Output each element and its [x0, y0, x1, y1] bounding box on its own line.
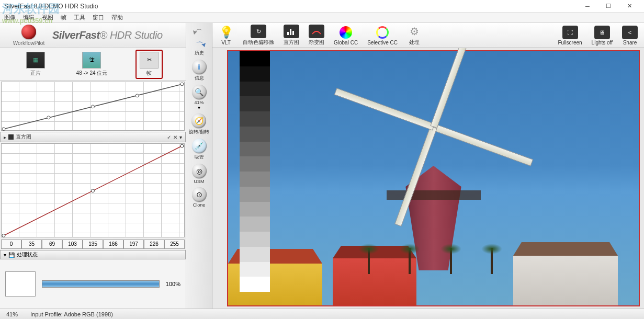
- process-button[interactable]: ⚙处理: [407, 25, 422, 46]
- curve-panel-small[interactable]: [1, 82, 185, 131]
- svg-point-4: [135, 94, 139, 97]
- mode-bits[interactable]: 🏝 48 -> 24 位元: [73, 51, 111, 78]
- info-button[interactable]: i信息: [191, 59, 208, 83]
- svg-point-8: [92, 189, 95, 192]
- process-header[interactable]: ▾ 💾 处理状态: [0, 250, 186, 259]
- menu-help[interactable]: 帮助: [111, 14, 123, 21]
- photo-icon: 🏝: [82, 52, 101, 69]
- hist-val-7[interactable]: 226: [144, 240, 164, 249]
- hist-val-8[interactable]: 255: [164, 240, 185, 249]
- vlt-button[interactable]: 💡VLT: [219, 26, 233, 45]
- minimize-button[interactable]: ─: [577, 1, 598, 12]
- mode-panel: ▦ 正片 🏝 48 -> 24 位元 ✂ 帧: [0, 48, 186, 81]
- gradient-button[interactable]: 渐变图: [309, 25, 324, 46]
- monitor-icon: 🖥: [594, 26, 610, 39]
- clone-button[interactable]: ⊙Clone: [191, 186, 208, 209]
- expand-icon[interactable]: ▾: [4, 252, 6, 258]
- undo-button[interactable]: [192, 26, 207, 38]
- disk-icon: 💾: [8, 252, 15, 258]
- histogram-header[interactable]: ▸ 直方图 ✓ ✕ ▾: [0, 132, 186, 142]
- preview-image[interactable]: [227, 50, 640, 306]
- svg-point-3: [91, 105, 94, 108]
- hist-val-5[interactable]: 166: [103, 240, 123, 249]
- tool-column: 历史 i信息 🔍41%▼ 🧭旋转/翻转 💉吸管 ◎USM ⊙Clone: [186, 23, 212, 309]
- rotate-button[interactable]: 🧭旋转/翻转: [188, 112, 210, 136]
- menu-bar: 图像 编辑 视图 帧 工具 窗口 帮助: [0, 13, 644, 23]
- curve-panel-large[interactable]: [1, 143, 185, 237]
- histogram-label: 直方图: [16, 133, 31, 141]
- histogram-values: 0 35 69 103 135 166 197 226 255: [1, 240, 185, 249]
- title-bar: SilverFast 8.8 DEMO HDR Studio ─ ☐ ✕: [0, 0, 644, 13]
- autocolor-button[interactable]: ↻自动色偏移除: [243, 25, 274, 46]
- menu-tools[interactable]: 工具: [74, 14, 85, 21]
- mode-frame[interactable]: ✂ 帧: [135, 50, 163, 79]
- menu-window[interactable]: 窗口: [93, 14, 104, 21]
- hist-val-2[interactable]: 69: [42, 240, 62, 249]
- svg-rect-11: [290, 29, 291, 35]
- hist-val-4[interactable]: 135: [83, 240, 103, 249]
- left-panel: WorkflowPilot SilverFast® HDR Studio ▦ 正…: [0, 23, 186, 309]
- lightsoff-button[interactable]: 🖥Lights off: [592, 26, 613, 45]
- canvas-area[interactable]: [212, 48, 644, 309]
- svg-rect-10: [287, 32, 289, 35]
- status-profile: Input Profile: Adobe RGB (1998): [30, 311, 113, 317]
- hist-val-3[interactable]: 103: [62, 240, 83, 249]
- menu-view[interactable]: 视图: [42, 14, 53, 21]
- bulb-icon: 💡: [219, 26, 233, 39]
- progress-percent: 100%: [166, 281, 180, 287]
- mode-positive[interactable]: ▦ 正片: [23, 51, 48, 78]
- zoom-button[interactable]: 🔍41%▼: [191, 84, 208, 111]
- eyedropper-icon: 💉: [192, 139, 207, 153]
- main-panel: 💡VLT ↻自动色偏移除 直方图 渐变图 Global CC Selective…: [212, 23, 644, 309]
- zoom-icon: 🔍: [192, 85, 207, 99]
- share-button[interactable]: <Share: [622, 26, 638, 45]
- brand-text: SilverFast® HDR Studio: [52, 29, 163, 41]
- maximize-button[interactable]: ☐: [598, 1, 619, 12]
- expand-icon[interactable]: ▸: [4, 134, 6, 140]
- workflow-pilot-icon: [21, 25, 36, 39]
- process-panel: 100%: [0, 259, 186, 309]
- selective-icon: [375, 26, 390, 39]
- svg-point-1: [2, 128, 5, 131]
- hist-val-0[interactable]: 0: [1, 240, 21, 249]
- histogram-button[interactable]: 直方图: [284, 25, 299, 46]
- info-icon: i: [192, 60, 207, 74]
- palms-graphic: [352, 237, 516, 274]
- top-toolbar: 💡VLT ↻自动色偏移除 直方图 渐变图 Global CC Selective…: [212, 23, 644, 48]
- menu-icon[interactable]: ▾: [179, 134, 182, 140]
- frame-icon: ✂: [140, 52, 159, 69]
- usm-button[interactable]: ◎USM: [191, 163, 208, 185]
- fullscreen-icon: ⛶: [562, 26, 578, 39]
- svg-point-9: [180, 144, 184, 147]
- menu-edit[interactable]: 编辑: [23, 14, 35, 21]
- usm-icon: ◎: [192, 164, 207, 178]
- globalcc-button[interactable]: Global CC: [334, 26, 358, 45]
- svg-point-5: [180, 83, 184, 86]
- process-thumbnail[interactable]: [5, 271, 36, 297]
- clone-icon: ⊙: [192, 187, 207, 202]
- histogram-icon: [284, 25, 299, 38]
- colorwheel-icon: [338, 26, 353, 39]
- hist-val-1[interactable]: 35: [21, 240, 42, 249]
- histogram-swatch-icon: [8, 134, 14, 140]
- hist-val-6[interactable]: 197: [123, 240, 144, 249]
- brand-row: WorkflowPilot SilverFast® HDR Studio: [0, 23, 186, 48]
- selectivecc-button[interactable]: Selective CC: [367, 26, 398, 45]
- history-button[interactable]: 历史: [192, 39, 207, 58]
- close-button[interactable]: ✕: [619, 1, 640, 12]
- picker-button[interactable]: 💉吸管: [191, 138, 208, 162]
- check-icon[interactable]: ✓: [167, 134, 171, 140]
- workflow-pilot-label: WorkflowPilot: [13, 40, 44, 46]
- svg-rect-12: [292, 31, 294, 35]
- fullscreen-button[interactable]: ⛶Fullscreen: [558, 26, 582, 45]
- menu-image[interactable]: 图像: [4, 14, 16, 21]
- workflow-pilot-button[interactable]: WorkflowPilot: [5, 25, 52, 46]
- window-title: SilverFast 8.8 DEMO HDR Studio: [4, 3, 577, 10]
- svg-point-2: [47, 116, 50, 119]
- status-zoom: 41%: [6, 311, 18, 317]
- menu-frame[interactable]: 帧: [61, 14, 66, 21]
- compass-icon: 🧭: [191, 113, 206, 128]
- process-label: 处理状态: [17, 251, 38, 258]
- grayscale-strip: [240, 51, 270, 292]
- reset-icon[interactable]: ✕: [173, 134, 177, 140]
